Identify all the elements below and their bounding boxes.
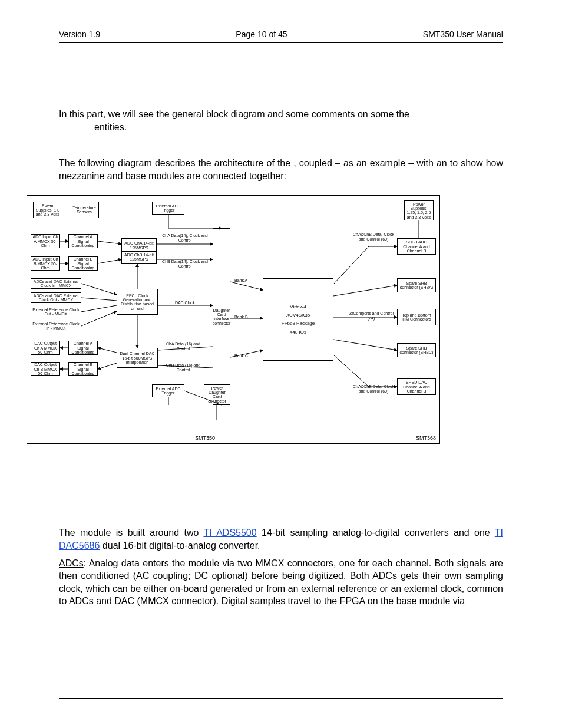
tim-connectors-label: Top and Bottom TIM Connectors bbox=[399, 313, 434, 322]
adc-bus-label: ChA&ChB Data, Clock and Control (60) bbox=[350, 232, 397, 241]
adc-b-label: ADC ChB 14-bit 125MSPS bbox=[123, 253, 155, 262]
shba: Spare SHB connector (SHBA) bbox=[397, 278, 436, 292]
ext-clk-in-label: ADCs and DAC External Clock In - MMCX bbox=[32, 279, 80, 288]
dac-chb-data-label: ChB Data (16) and Control bbox=[163, 363, 204, 372]
power-dc-connector: Power Daughter Card connector bbox=[204, 384, 230, 404]
intro-line2b: , coupled – as an example – with an bbox=[293, 158, 450, 168]
adc-input-a-label: ADC Input Ch A MMCX 50-Ohm bbox=[32, 235, 58, 248]
ext-ref-out-label: External Reference Clock Out - MMCX bbox=[32, 308, 80, 317]
dac-cond-a: Channel A Signal Conditioning bbox=[68, 341, 98, 355]
shbb: SHBB ADC Channel A and Channel B bbox=[397, 238, 436, 255]
power-supply-350-label: Power Supplies: 1.8 and 3.3 Volts bbox=[35, 203, 61, 216]
shbb-label: SHBB ADC Channel A and Channel B bbox=[399, 240, 434, 253]
dac-clock-label: DAC Clock bbox=[167, 301, 203, 305]
svg-line-1 bbox=[98, 241, 121, 244]
dac-cha-data-label: ChA Data (16) and Control bbox=[163, 342, 204, 351]
shbc: Spare SHB connector (SHBC) bbox=[397, 343, 436, 357]
dac-out-a: DAC Output Ch A MMCX 50-Ohm bbox=[31, 341, 60, 355]
cond-b-label: Channel B Signal Conditioning bbox=[70, 257, 96, 270]
svg-line-3 bbox=[98, 259, 121, 263]
comports-label: 2xComports and Control (24) bbox=[348, 311, 395, 320]
after-p1c: dual 16-bit digital-to-analog converter. bbox=[103, 541, 260, 551]
dac-cond-b-label: Channel B Signal Conditioning bbox=[70, 363, 96, 375]
power-supply-350: Power Supplies: 1.8 and 3.3 Volts bbox=[33, 202, 62, 218]
svg-line-26 bbox=[333, 285, 397, 296]
svg-line-6 bbox=[81, 284, 117, 295]
footer-smt350: SMT350 bbox=[195, 436, 215, 441]
ext-ref-out: External Reference Clock Out - MMCX bbox=[31, 307, 81, 317]
tim-connectors: Top and Bottom TIM Connectors bbox=[397, 309, 436, 325]
svg-line-28 bbox=[333, 340, 397, 350]
cha-data-label: ChA Data(14), Clock and Control bbox=[161, 233, 209, 242]
dac-out-b: DAC Output Ch B MMCX 50-Ohm bbox=[31, 362, 60, 376]
ext-adc-trigger-2-label: External ADC Trigger bbox=[154, 387, 183, 396]
footer-smt368: SMT368 bbox=[416, 436, 436, 441]
ext-clk-out-label: ADCs and DAC External Clock Out - MMCX bbox=[32, 294, 80, 302]
pecl-clock-label: PECL Clock Generation and Distribution b… bbox=[118, 294, 156, 311]
ext-adc-trigger: External ADC Trigger bbox=[152, 202, 184, 215]
intro-line1: In this part, we will see the general bl… bbox=[59, 109, 409, 119]
intro-text: In this part, we will see the general bl… bbox=[59, 108, 503, 182]
fpga-line2: XCV4SX35 bbox=[286, 313, 310, 318]
dac-bus-label: ChA&ChB Data, Clock and Control (60) bbox=[350, 384, 397, 393]
shba-label: Spare SHB connector (SHBA) bbox=[399, 281, 434, 290]
dac-cond-b: Channel B Signal Conditioning bbox=[68, 362, 98, 376]
link-ads5500[interactable]: TI ADS5500 bbox=[203, 528, 256, 538]
footer-rule bbox=[59, 698, 503, 699]
ext-ref-in: External Reference Clock In - MMCX bbox=[31, 321, 81, 331]
dac-cond-a-label: Channel A Signal Conditioning bbox=[70, 341, 96, 354]
power-dc-connector-label: Power Daughter Card connector bbox=[206, 386, 229, 403]
after-p1b: 14-bit sampling analog-to-digital conver… bbox=[262, 528, 495, 538]
header-page: Page 10 of 45 bbox=[236, 29, 287, 39]
cond-a: Channel A Signal Conditioning bbox=[68, 234, 98, 248]
ext-clk-out: ADCs and DAC External Clock Out - MMCX bbox=[31, 292, 81, 303]
power-supply-368-label: Power Supplies: 1.25, 1.5, 2.5 and 3.3 V… bbox=[406, 202, 432, 219]
shbc-label: Spare SHB connector (SHBC) bbox=[399, 346, 434, 355]
bank-b-label: Bank B bbox=[234, 315, 248, 319]
daughter-card-if-label: Daughter Card interface connector bbox=[213, 308, 231, 325]
cond-a-label: Channel A Signal Conditioning bbox=[70, 235, 96, 248]
temp-sensors: Temperature Sensors bbox=[70, 202, 99, 218]
svg-line-14 bbox=[98, 348, 117, 353]
dac-block-label: Dual Channel DAC 16-bit 500MSPS Interpol… bbox=[118, 351, 156, 364]
adc-input-b-label: ADC Input Ch B MMCX 50-Ohm bbox=[32, 257, 58, 270]
page: Version 1.9 Page 10 of 45 SMT350 User Ma… bbox=[0, 0, 562, 728]
page-header: Version 1.9 Page 10 of 45 SMT350 User Ma… bbox=[59, 29, 503, 43]
after-diagram-text: The module is built around two TI ADS550… bbox=[59, 526, 503, 608]
bank-c-label: Bank C bbox=[234, 354, 248, 358]
fpga-line4: 448 IOs bbox=[290, 330, 306, 335]
adcs-heading: ADCs bbox=[59, 558, 84, 568]
fpga-line3: FF668 Package bbox=[282, 321, 315, 326]
after-p2: : Analog data enters the module via two … bbox=[59, 558, 503, 607]
svg-line-7 bbox=[81, 298, 117, 301]
header-version: Version 1.9 bbox=[59, 29, 100, 39]
block-diagram: Daughter Card interface connector Power … bbox=[27, 195, 440, 444]
adc-input-b: ADC Input Ch B MMCX 50-Ohm bbox=[31, 256, 60, 271]
shbd: SHBD DAC Channel A and Channel B bbox=[397, 378, 436, 395]
ext-ref-in-label: External Reference Clock In - MMCX bbox=[32, 322, 80, 331]
power-supply-368: Power Supplies: 1.25, 1.5, 2.5 and 3.3 V… bbox=[404, 200, 434, 220]
dac-out-a-label: DAC Output Ch A MMCX 50-Ohm bbox=[32, 341, 58, 354]
adc-input-a: ADC Input Ch A MMCX 50-Ohm bbox=[31, 234, 60, 248]
header-title: SMT350 User Manual bbox=[423, 29, 503, 39]
after-p1a: The module is built around two bbox=[59, 528, 203, 538]
svg-line-23 bbox=[230, 282, 263, 290]
ext-adc-trigger-label: External ADC Trigger bbox=[154, 204, 183, 213]
intro-line2a: The following diagram describes the arch… bbox=[59, 158, 293, 168]
dac-block: Dual Channel DAC 16-bit 500MSPS Interpol… bbox=[117, 348, 158, 368]
fpga-line1: Virtex-4 bbox=[290, 305, 306, 309]
shbd-label: SHBD DAC Channel A and Channel B bbox=[399, 380, 434, 393]
intro-line1b: entities. bbox=[59, 121, 127, 134]
daughter-card-if: Daughter Card interface connector bbox=[213, 228, 230, 405]
pecl-clock: PECL Clock Generation and Distribution b… bbox=[117, 289, 158, 315]
dac-out-b-label: DAC Output Ch B MMCX 50-Ohm bbox=[32, 363, 58, 375]
ext-adc-trigger-2: External ADC Trigger bbox=[152, 384, 184, 397]
adc-block: ADC ChA 14-bit 125MSPS ADC ChB 14-bit 12… bbox=[121, 238, 157, 264]
svg-line-16 bbox=[98, 363, 117, 369]
svg-line-8 bbox=[81, 305, 117, 312]
temp-sensors-label: Temperature Sensors bbox=[71, 206, 97, 215]
svg-line-9 bbox=[81, 311, 117, 326]
cond-b: Channel B Signal Conditioning bbox=[68, 256, 98, 271]
adc-a-label: ADC ChA 14-bit 125MSPS bbox=[123, 241, 155, 250]
ext-clk-in: ADCs and DAC External Clock In - MMCX bbox=[31, 278, 81, 289]
